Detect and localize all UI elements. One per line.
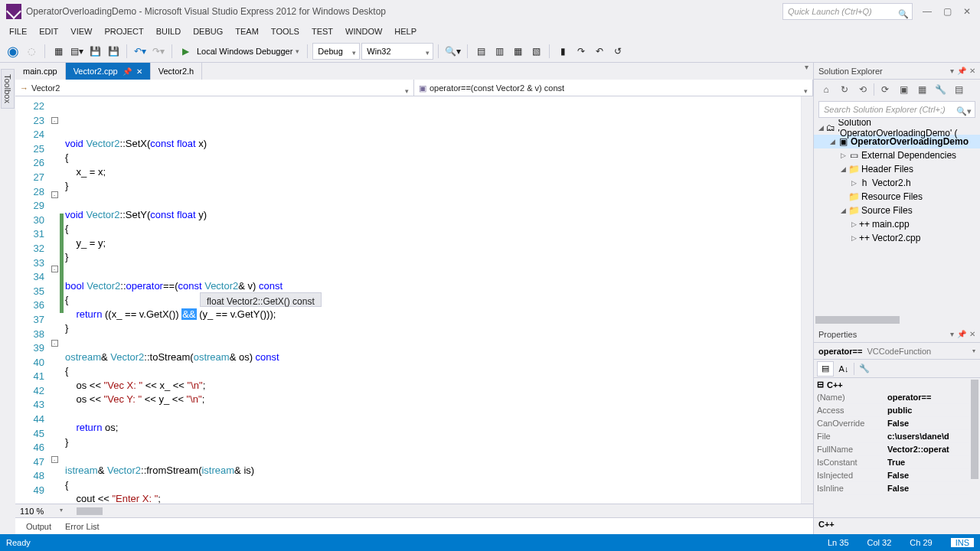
menu-build[interactable]: BUILD bbox=[152, 25, 185, 37]
scope-combo[interactable]: →Vector2▾ bbox=[15, 80, 414, 96]
search-icon: 🔍 bbox=[898, 6, 909, 21]
new-project-button[interactable]: ▦ bbox=[50, 43, 67, 60]
undo-button[interactable]: ↶▾ bbox=[132, 43, 149, 60]
find-button[interactable]: 🔍▾ bbox=[443, 43, 462, 60]
horizontal-scrollbar[interactable] bbox=[67, 506, 813, 517]
step-button[interactable]: ↷ bbox=[573, 43, 590, 60]
maximize-button[interactable]: ▢ bbox=[937, 4, 957, 19]
redo-button[interactable]: ↷▾ bbox=[150, 43, 167, 60]
menu-window[interactable]: WINDOW bbox=[341, 25, 387, 37]
showall-button[interactable]: ▦ bbox=[914, 82, 929, 97]
properties-button[interactable]: 🔧 bbox=[933, 82, 948, 97]
collapse-button[interactable]: ▣ bbox=[896, 82, 911, 97]
solution-tree[interactable]: ◢🗂Solution 'OperatorOverloadingDemo' (◢▣… bbox=[814, 119, 980, 314]
property-row[interactable]: Filec:\users\dane\d bbox=[814, 430, 980, 443]
tree-node[interactable]: ◢📁Header Files bbox=[814, 162, 980, 176]
menu-tools[interactable]: TOOLS bbox=[266, 25, 304, 37]
config-combo[interactable]: Debug bbox=[312, 43, 360, 60]
menu-project[interactable]: PROJECT bbox=[100, 25, 148, 37]
breakpoint-button[interactable]: ▮ bbox=[554, 43, 571, 60]
code-content[interactable]: void Vector2::SetX(const float x){ x_ = … bbox=[64, 96, 801, 504]
uncomment-button[interactable]: ▥ bbox=[491, 43, 508, 60]
tree-node[interactable]: ▷hVector2.h bbox=[814, 176, 980, 190]
panel-dropdown-icon[interactable]: ▾ bbox=[950, 330, 954, 338]
categorized-button[interactable]: ▤ bbox=[817, 361, 834, 377]
property-row[interactable]: CanOverrideFalse bbox=[814, 417, 980, 430]
navigation-bar: →Vector2▾ ▣operator==(const Vector2 & v)… bbox=[15, 80, 813, 96]
property-row[interactable]: (Name)operator== bbox=[814, 391, 980, 404]
alphabetical-button[interactable]: A↓ bbox=[835, 361, 852, 377]
tree-node[interactable]: ▷▭External Dependencies bbox=[814, 148, 980, 162]
status-ins[interactable]: INS bbox=[951, 538, 974, 547]
menu-test[interactable]: TEST bbox=[307, 25, 338, 37]
properties-toolbar: ▤ A↓ 🔧 bbox=[814, 360, 980, 378]
doc-tab[interactable]: Vector2.cpp📌✕ bbox=[66, 63, 151, 80]
solution-explorer-header: Solution Explorer ▾📌✕ bbox=[814, 63, 980, 80]
platform-combo[interactable]: Win32 bbox=[361, 43, 433, 60]
menu-edit[interactable]: EDIT bbox=[34, 25, 63, 37]
nav-fwd-button[interactable]: ◌ bbox=[23, 43, 40, 60]
minimize-button[interactable]: — bbox=[917, 4, 937, 19]
sync-button[interactable]: ⟲ bbox=[855, 82, 871, 97]
menu-file[interactable]: FILE bbox=[5, 25, 31, 37]
property-row[interactable]: Accesspublic bbox=[814, 404, 980, 417]
property-grid[interactable]: ⊟ C++ (Name)operator==AccesspublicCanOve… bbox=[814, 378, 980, 517]
debugger-target-label[interactable]: Local Windows Debugger bbox=[197, 47, 292, 56]
start-debug-button[interactable]: ▶ bbox=[177, 43, 194, 60]
nav-back-button[interactable]: ◉ bbox=[5, 43, 21, 60]
panel-close-icon[interactable]: ✕ bbox=[969, 330, 975, 338]
preview-button[interactable]: ▤ bbox=[951, 82, 966, 97]
back-button[interactable]: ↻ bbox=[837, 82, 852, 97]
member-combo[interactable]: ▣operator==(const Vector2 & v) const▾ bbox=[414, 80, 813, 96]
properties-header: Properties ▾📌✕ bbox=[814, 326, 980, 343]
tree-node[interactable]: 📁Resource Files bbox=[814, 190, 980, 204]
refresh-button[interactable]: ⟳ bbox=[877, 82, 893, 97]
toolbox-tab[interactable]: Toolbox bbox=[0, 63, 15, 534]
code-editor[interactable]: 2223242526272829303132333435363738394041… bbox=[15, 96, 813, 504]
menu-team[interactable]: TEAM bbox=[230, 25, 263, 37]
solution-hscroll[interactable] bbox=[814, 314, 980, 326]
doc-tab[interactable]: main.cpp bbox=[15, 63, 66, 80]
tab-overflow-button[interactable]: ▾ bbox=[800, 63, 813, 80]
step3-button[interactable]: ↺ bbox=[609, 43, 626, 60]
close-button[interactable]: ✕ bbox=[957, 4, 977, 19]
tree-node[interactable]: ◢🗂Solution 'OperatorOverloadingDemo' ( bbox=[814, 121, 980, 135]
output-tab[interactable]: Output bbox=[20, 520, 57, 533]
bookmark-button[interactable]: ▦ bbox=[509, 43, 526, 60]
outlining-margin[interactable]: ----- bbox=[49, 96, 60, 504]
tree-node[interactable]: ◢📁Source Files bbox=[814, 204, 980, 217]
property-row[interactable]: IsConstantTrue bbox=[814, 456, 980, 469]
panel-pin-icon[interactable]: 📌 bbox=[957, 330, 966, 338]
save-all-button[interactable]: 💾 bbox=[105, 43, 122, 60]
bookmark2-button[interactable]: ▧ bbox=[528, 43, 544, 60]
tree-node[interactable]: ▷++Vector2.cpp bbox=[814, 231, 980, 245]
property-row[interactable]: IsInjectedFalse bbox=[814, 469, 980, 482]
doc-tab[interactable]: Vector2.h bbox=[151, 63, 202, 80]
save-button[interactable]: 💾 bbox=[87, 43, 103, 60]
tree-node[interactable]: ▷++main.cpp bbox=[814, 217, 980, 231]
tree-node[interactable]: ◢▣OperatorOverloadingDemo bbox=[814, 135, 980, 148]
menu-help[interactable]: HELP bbox=[390, 25, 421, 37]
propgrid-scrollbar[interactable] bbox=[969, 378, 980, 517]
menu-view[interactable]: VIEW bbox=[66, 25, 96, 37]
home-button[interactable]: ⌂ bbox=[818, 82, 834, 97]
comment-button[interactable]: ▤ bbox=[472, 43, 489, 60]
panel-dropdown-icon[interactable]: ▾ bbox=[950, 67, 954, 75]
zoom-combo[interactable]: 110 % bbox=[15, 507, 67, 516]
panel-pin-icon[interactable]: 📌 bbox=[957, 67, 966, 75]
properties-object-combo[interactable]: operator==VCCodeFunction bbox=[814, 343, 980, 360]
output-tab[interactable]: Error List bbox=[59, 520, 106, 533]
open-button[interactable]: ▤▾ bbox=[68, 43, 85, 60]
property-row[interactable]: IsInlineFalse bbox=[814, 482, 980, 495]
step2-button[interactable]: ↶ bbox=[591, 43, 608, 60]
pin-icon[interactable]: 📌 bbox=[122, 67, 132, 76]
close-icon[interactable]: ✕ bbox=[136, 67, 142, 76]
panel-close-icon[interactable]: ✕ bbox=[969, 67, 975, 75]
vertical-scrollbar[interactable] bbox=[801, 96, 813, 504]
quick-launch-input[interactable]: Quick Launch (Ctrl+Q) 🔍 bbox=[782, 3, 913, 20]
solution-search-input[interactable]: Search Solution Explorer (Ctrl+;) 🔍▾ bbox=[818, 101, 975, 118]
debugger-target-dropdown[interactable]: ▾ bbox=[296, 47, 299, 55]
property-row[interactable]: FullNameVector2::operat bbox=[814, 443, 980, 456]
menu-debug[interactable]: DEBUG bbox=[188, 25, 227, 37]
prop-pages-button[interactable]: 🔧 bbox=[856, 361, 873, 377]
